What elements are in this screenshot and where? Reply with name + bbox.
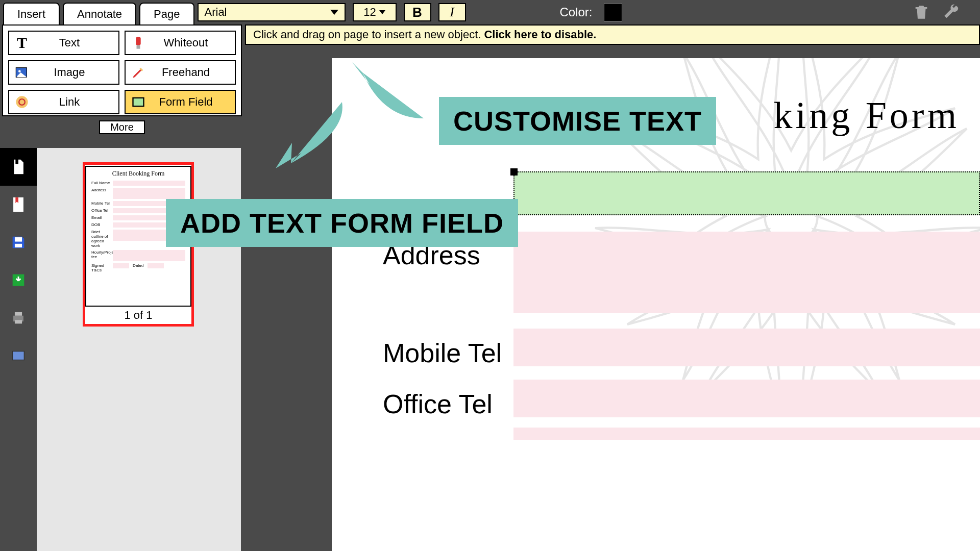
bold-button[interactable]: B: [404, 3, 431, 21]
color-swatch[interactable]: [604, 3, 622, 21]
pencil-icon: [130, 64, 147, 81]
svg-rect-7: [15, 244, 22, 247]
svg-rect-0: [136, 37, 140, 45]
field-address[interactable]: [513, 232, 980, 313]
field-label-mobile: Mobile Tel: [383, 338, 502, 368]
label: Text: [38, 36, 118, 49]
field-mobile[interactable]: [513, 329, 980, 366]
hint-disable-link[interactable]: Click here to disable.: [484, 28, 596, 41]
thumb-title: Client Booking Form: [112, 170, 165, 178]
font-name: Arial: [205, 6, 227, 19]
callout-customise: CUSTOMISE TEXT: [439, 97, 716, 145]
tabs: Insert Annotate Page: [0, 0, 194, 24]
field-label-office: Office Tel: [383, 389, 493, 419]
resize-handle-tl[interactable]: [510, 168, 518, 176]
field-office[interactable]: [513, 380, 980, 417]
svg-point-3: [18, 70, 21, 72]
rail-download[interactable]: [0, 261, 37, 299]
tab-annotate[interactable]: Annotate: [63, 3, 136, 24]
tab-page[interactable]: Page: [139, 3, 194, 24]
top-strip: Insert Annotate Page Arial 12 B I Color:: [0, 0, 980, 24]
label: Freehand: [154, 66, 235, 79]
link-icon: [13, 93, 31, 111]
rail-print[interactable]: [0, 299, 37, 337]
rail-save[interactable]: [0, 223, 37, 261]
insert-whiteout-button[interactable]: Whiteout: [125, 31, 236, 55]
document-title: king Form: [774, 94, 960, 137]
rail-bookmarks[interactable]: [0, 186, 37, 223]
font-size-select[interactable]: 12: [353, 3, 397, 21]
insert-image-button[interactable]: Image: [8, 60, 119, 85]
svg-rect-5: [133, 98, 144, 106]
svg-rect-9: [15, 312, 22, 316]
insert-panel: T Text Whiteout Image Freehand Link: [2, 24, 242, 116]
font-select[interactable]: Arial: [198, 3, 346, 21]
insert-text-button[interactable]: T Text: [8, 31, 119, 55]
label: Form Field: [154, 95, 235, 109]
svg-rect-1: [137, 45, 140, 49]
text-icon: T: [13, 34, 31, 52]
svg-rect-10: [15, 320, 22, 323]
image-icon: [13, 64, 31, 81]
insert-formfield-button[interactable]: Form Field: [125, 90, 236, 114]
field-next[interactable]: [513, 428, 980, 440]
insert-link-button[interactable]: Link: [8, 90, 119, 114]
tab-insert[interactable]: Insert: [3, 3, 60, 24]
trash-icon[interactable]: [913, 4, 930, 21]
text-toolbar: Arial 12 B I Color:: [198, 0, 981, 24]
color-label: Color:: [560, 5, 593, 19]
selected-form-field[interactable]: [513, 171, 980, 215]
chevron-down-icon: [330, 10, 338, 15]
svg-rect-6: [15, 237, 22, 242]
toolbar-extra: [913, 4, 980, 21]
more-button[interactable]: More: [99, 120, 145, 134]
label: Link: [38, 95, 118, 109]
formfield-icon: [130, 93, 147, 111]
svg-rect-11: [13, 352, 24, 360]
callout-formfield: ADD TEXT FORM FIELD: [166, 199, 518, 247]
label: Image: [38, 66, 118, 79]
arrow-formfield: [250, 92, 352, 176]
italic-button[interactable]: I: [438, 3, 466, 21]
arrow-customise: [347, 57, 429, 131]
wrench-icon[interactable]: [942, 4, 960, 21]
font-size: 12: [363, 6, 376, 19]
label: Whiteout: [154, 36, 235, 49]
left-rail: [0, 148, 37, 374]
rail-form[interactable]: [0, 337, 37, 374]
chevron-down-icon: [379, 10, 385, 14]
thumb-caption: 1 of 1: [124, 307, 152, 324]
svg-point-4: [16, 96, 28, 108]
rail-pages[interactable]: [0, 148, 37, 186]
insert-freehand-button[interactable]: Freehand: [125, 60, 236, 85]
whiteout-icon: [130, 34, 147, 52]
hint-bar[interactable]: Click and drag on page to insert a new o…: [245, 24, 980, 45]
hint-text: Click and drag on page to insert a new o…: [253, 28, 481, 41]
